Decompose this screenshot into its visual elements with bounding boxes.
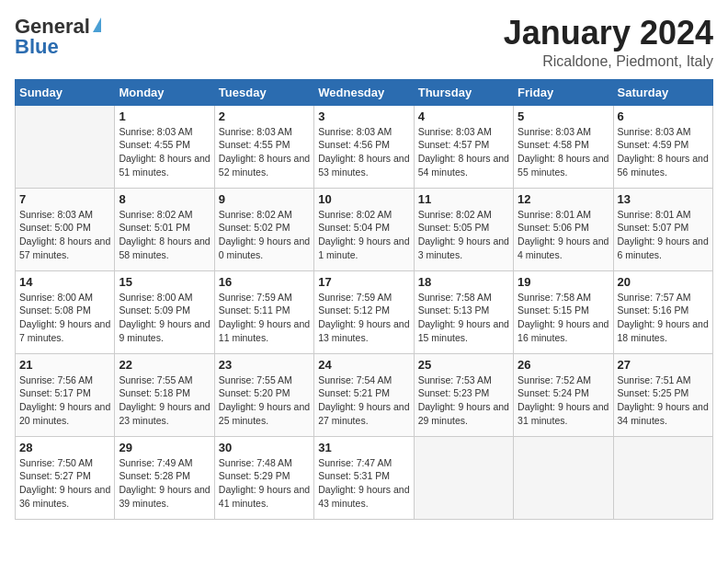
calendar-cell — [414, 436, 513, 519]
calendar-table: Sunday Monday Tuesday Wednesday Thursday… — [15, 79, 713, 520]
calendar-cell: 23 Sunrise: 7:55 AMSunset: 5:20 PMDaylig… — [214, 353, 313, 436]
day-info: Sunrise: 7:57 AMSunset: 5:16 PMDaylight:… — [618, 291, 709, 345]
calendar-cell: 17 Sunrise: 7:59 AMSunset: 5:12 PMDaylig… — [314, 270, 414, 353]
day-info: Sunrise: 7:51 AMSunset: 5:25 PMDaylight:… — [618, 373, 709, 428]
day-number: 8 — [119, 192, 210, 206]
calendar-cell: 21 Sunrise: 7:56 AMSunset: 5:17 PMDaylig… — [16, 353, 115, 436]
day-info: Sunrise: 7:59 AMSunset: 5:12 PMDaylight:… — [318, 291, 409, 345]
calendar-cell: 19 Sunrise: 7:58 AMSunset: 5:15 PMDaylig… — [514, 270, 613, 353]
day-info: Sunrise: 8:02 AMSunset: 5:01 PMDaylight:… — [119, 208, 210, 262]
calendar-cell: 11 Sunrise: 8:02 AMSunset: 5:05 PMDaylig… — [414, 188, 513, 270]
calendar-cell: 1 Sunrise: 8:03 AMSunset: 4:55 PMDayligh… — [115, 105, 214, 188]
header-saturday: Saturday — [613, 79, 712, 105]
day-number: 25 — [418, 358, 509, 372]
day-number: 15 — [119, 275, 210, 289]
weekday-header-row: Sunday Monday Tuesday Wednesday Thursday… — [16, 79, 713, 105]
day-number: 24 — [318, 358, 409, 372]
day-number: 16 — [219, 275, 310, 289]
calendar-cell: 3 Sunrise: 8:03 AMSunset: 4:56 PMDayligh… — [314, 105, 414, 188]
calendar-cell: 6 Sunrise: 8:03 AMSunset: 4:59 PMDayligh… — [613, 105, 712, 188]
day-info: Sunrise: 8:02 AMSunset: 5:05 PMDaylight:… — [418, 208, 509, 262]
day-info: Sunrise: 7:55 AMSunset: 5:18 PMDaylight:… — [119, 373, 210, 428]
day-number: 7 — [19, 192, 110, 206]
day-info: Sunrise: 8:01 AMSunset: 5:06 PMDaylight:… — [518, 208, 609, 262]
day-info: Sunrise: 7:59 AMSunset: 5:11 PMDaylight:… — [219, 291, 310, 345]
day-info: Sunrise: 8:00 AMSunset: 5:09 PMDaylight:… — [119, 291, 210, 345]
day-number: 23 — [219, 358, 310, 372]
calendar-cell: 5 Sunrise: 8:03 AMSunset: 4:58 PMDayligh… — [514, 105, 613, 188]
day-info: Sunrise: 7:58 AMSunset: 5:15 PMDaylight:… — [518, 291, 609, 345]
day-info: Sunrise: 8:03 AMSunset: 4:55 PMDaylight:… — [119, 125, 210, 179]
calendar-cell: 27 Sunrise: 7:51 AMSunset: 5:25 PMDaylig… — [613, 353, 712, 436]
logo-blue: Blue — [15, 35, 59, 59]
calendar-cell — [514, 436, 613, 519]
calendar-cell: 31 Sunrise: 7:47 AMSunset: 5:31 PMDaylig… — [314, 436, 414, 519]
day-number: 12 — [518, 192, 609, 206]
day-info: Sunrise: 7:52 AMSunset: 5:24 PMDaylight:… — [518, 373, 609, 428]
calendar-cell: 29 Sunrise: 7:49 AMSunset: 5:28 PMDaylig… — [115, 436, 214, 519]
calendar-cell: 10 Sunrise: 8:02 AMSunset: 5:04 PMDaylig… — [314, 188, 414, 270]
day-number: 1 — [119, 109, 210, 123]
day-info: Sunrise: 7:55 AMSunset: 5:20 PMDaylight:… — [219, 373, 310, 428]
day-info: Sunrise: 8:02 AMSunset: 5:04 PMDaylight:… — [318, 208, 409, 262]
day-number: 28 — [19, 441, 110, 454]
day-number: 19 — [518, 275, 609, 289]
logo: General Blue — [15, 15, 101, 59]
month-title: January 2024 — [504, 15, 713, 52]
day-info: Sunrise: 8:00 AMSunset: 5:08 PMDaylight:… — [19, 291, 110, 345]
day-number: 21 — [19, 358, 110, 372]
calendar-cell: 25 Sunrise: 7:53 AMSunset: 5:23 PMDaylig… — [414, 353, 513, 436]
calendar-cell: 30 Sunrise: 7:48 AMSunset: 5:29 PMDaylig… — [214, 436, 313, 519]
day-number: 3 — [318, 109, 409, 123]
calendar-week-4: 21 Sunrise: 7:56 AMSunset: 5:17 PMDaylig… — [16, 353, 713, 436]
header-wednesday: Wednesday — [314, 79, 414, 105]
day-info: Sunrise: 7:56 AMSunset: 5:17 PMDaylight:… — [19, 373, 110, 428]
header-monday: Monday — [115, 79, 214, 105]
day-info: Sunrise: 8:03 AMSunset: 4:58 PMDaylight:… — [518, 125, 609, 179]
day-info: Sunrise: 7:48 AMSunset: 5:29 PMDaylight:… — [219, 456, 310, 511]
calendar-cell: 26 Sunrise: 7:52 AMSunset: 5:24 PMDaylig… — [514, 353, 613, 436]
header-thursday: Thursday — [414, 79, 513, 105]
day-number: 5 — [518, 109, 609, 123]
day-info: Sunrise: 8:03 AMSunset: 4:56 PMDaylight:… — [318, 125, 409, 179]
day-info: Sunrise: 7:58 AMSunset: 5:13 PMDaylight:… — [418, 291, 509, 345]
calendar-week-2: 7 Sunrise: 8:03 AMSunset: 5:00 PMDayligh… — [16, 188, 713, 270]
day-info: Sunrise: 7:50 AMSunset: 5:27 PMDaylight:… — [19, 456, 110, 511]
location-title: Ricaldone, Piedmont, Italy — [504, 53, 713, 70]
day-info: Sunrise: 7:54 AMSunset: 5:21 PMDaylight:… — [318, 373, 409, 428]
day-info: Sunrise: 8:01 AMSunset: 5:07 PMDaylight:… — [618, 208, 709, 262]
day-info: Sunrise: 8:03 AMSunset: 4:59 PMDaylight:… — [618, 125, 709, 179]
calendar-cell: 15 Sunrise: 8:00 AMSunset: 5:09 PMDaylig… — [115, 270, 214, 353]
page-header: General Blue January 2024 Ricaldone, Pie… — [15, 15, 713, 70]
calendar-week-1: 1 Sunrise: 8:03 AMSunset: 4:55 PMDayligh… — [16, 105, 713, 188]
logo-icon — [93, 17, 101, 32]
calendar-cell: 20 Sunrise: 7:57 AMSunset: 5:16 PMDaylig… — [613, 270, 712, 353]
day-number: 18 — [418, 275, 509, 289]
calendar-cell: 9 Sunrise: 8:02 AMSunset: 5:02 PMDayligh… — [214, 188, 313, 270]
calendar-week-3: 14 Sunrise: 8:00 AMSunset: 5:08 PMDaylig… — [16, 270, 713, 353]
day-info: Sunrise: 7:49 AMSunset: 5:28 PMDaylight:… — [119, 456, 210, 511]
calendar-cell: 8 Sunrise: 8:02 AMSunset: 5:01 PMDayligh… — [115, 188, 214, 270]
calendar-cell: 22 Sunrise: 7:55 AMSunset: 5:18 PMDaylig… — [115, 353, 214, 436]
calendar-cell: 24 Sunrise: 7:54 AMSunset: 5:21 PMDaylig… — [314, 353, 414, 436]
day-info: Sunrise: 7:53 AMSunset: 5:23 PMDaylight:… — [418, 373, 509, 428]
day-number: 9 — [219, 192, 310, 206]
day-number: 4 — [418, 109, 509, 123]
day-number: 26 — [518, 358, 609, 372]
day-number: 30 — [219, 441, 310, 454]
day-number: 22 — [119, 358, 210, 372]
calendar-cell: 4 Sunrise: 8:03 AMSunset: 4:57 PMDayligh… — [414, 105, 513, 188]
calendar-cell: 18 Sunrise: 7:58 AMSunset: 5:13 PMDaylig… — [414, 270, 513, 353]
header-tuesday: Tuesday — [214, 79, 313, 105]
day-number: 31 — [318, 441, 409, 454]
calendar-cell: 28 Sunrise: 7:50 AMSunset: 5:27 PMDaylig… — [16, 436, 115, 519]
calendar-cell: 14 Sunrise: 8:00 AMSunset: 5:08 PMDaylig… — [16, 270, 115, 353]
day-info: Sunrise: 7:47 AMSunset: 5:31 PMDaylight:… — [318, 456, 409, 511]
day-number: 13 — [618, 192, 709, 206]
day-number: 17 — [318, 275, 409, 289]
day-info: Sunrise: 8:03 AMSunset: 4:57 PMDaylight:… — [418, 125, 509, 179]
day-number: 10 — [318, 192, 409, 206]
header-friday: Friday — [514, 79, 613, 105]
header-sunday: Sunday — [16, 79, 115, 105]
day-number: 14 — [19, 275, 110, 289]
